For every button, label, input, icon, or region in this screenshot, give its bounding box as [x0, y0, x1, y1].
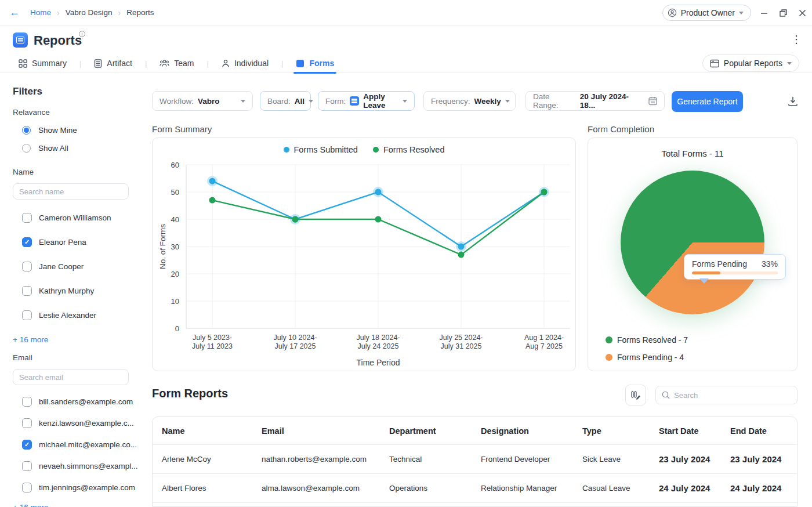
svg-text:July 10 2024-: July 10 2024-	[273, 334, 317, 342]
chevron-down-icon	[309, 100, 313, 103]
checkbox-label: tim.jennings@example.com	[39, 483, 135, 492]
checkbox-icon[interactable]	[22, 262, 32, 271]
table-search-input[interactable]	[674, 391, 791, 400]
board-label: Board:	[267, 97, 291, 106]
checkbox-row[interactable]: ✓michael.mitc@example.co...	[22, 434, 133, 455]
checkbox-label: kenzi.lawson@example.c...	[39, 419, 134, 428]
breadcrumb-project[interactable]: Vabro Design	[66, 8, 113, 17]
popular-reports-button[interactable]: Popular Reports	[702, 55, 799, 72]
role-label: Product Owner	[681, 8, 735, 17]
pie-tooltip: Forms Pending 33%	[684, 254, 786, 280]
frequency-dropdown[interactable]: Frequency: Weekly	[423, 91, 516, 111]
page-title: Reports	[34, 33, 82, 48]
checkbox-icon[interactable]	[22, 286, 32, 296]
legend-label: Forms Submitted	[294, 145, 358, 154]
radio-label: Show All	[38, 144, 68, 153]
checkbox-label: nevaeh.simmons@exampl...	[39, 462, 138, 470]
table-row[interactable]: Arlene McCoynathan.roberts@example.comTe…	[153, 445, 797, 474]
filters-title: Filters	[13, 86, 133, 97]
tab-forms[interactable]: Forms	[293, 53, 336, 73]
checkbox-icon[interactable]: ✓	[22, 440, 32, 450]
more-options-icon[interactable]: ⋮	[791, 33, 802, 46]
tab-summary[interactable]: Summary	[16, 53, 69, 73]
relevance-label: Relavance	[13, 108, 133, 117]
table-header-cell: Type	[582, 426, 659, 436]
checkbox-icon[interactable]	[22, 461, 32, 471]
pie-legend: Forms Resolved - 7Forms Pending - 4	[606, 335, 688, 362]
tab-separator: |	[145, 59, 147, 68]
radio-icon[interactable]	[22, 126, 31, 135]
svg-text:Aug 7 2025: Aug 7 2025	[525, 342, 563, 350]
table-header-cell: Designation	[481, 426, 582, 436]
form-icon	[296, 59, 304, 68]
table-cell: 24 July 2024	[659, 483, 730, 493]
tab-separator: |	[207, 59, 209, 68]
board-value: All	[295, 97, 304, 106]
pie-legend-label: Forms Pending - 4	[617, 353, 684, 362]
checkbox-row[interactable]: Jane Cooper	[22, 254, 133, 278]
report-window-icon	[710, 59, 719, 68]
checkbox-row[interactable]: Kathryn Murphy	[22, 278, 133, 303]
radio-option-show-all[interactable]: Show All	[22, 144, 133, 153]
checkbox-label: Jane Cooper	[39, 262, 84, 271]
breadcrumb-home[interactable]: Home	[30, 8, 51, 17]
checkbox-label: michael.mitc@example.co...	[39, 440, 137, 449]
tab-separator: |	[79, 59, 81, 68]
download-icon[interactable]	[788, 96, 798, 106]
legend-item-forms-resolved: Forms Resolved	[373, 145, 445, 154]
checkbox-row[interactable]: Leslie Alexander	[22, 303, 133, 327]
radio-icon[interactable]	[22, 144, 31, 153]
back-arrow-icon[interactable]: ←	[9, 6, 20, 19]
checkbox-row[interactable]: tim.jennings@example.com	[22, 477, 133, 498]
role-selector-button[interactable]: Product Owner	[662, 5, 751, 21]
tab-individual[interactable]: Individual	[219, 53, 271, 73]
checkbox-row[interactable]: Cameron Williamson	[22, 205, 133, 230]
legend-label: Forms Resolved	[383, 145, 445, 154]
restore-button[interactable]	[780, 9, 787, 17]
info-icon[interactable]: i	[79, 31, 85, 37]
frequency-value: Weekly	[474, 97, 501, 106]
pie-legend-item: Forms Pending - 4	[606, 353, 688, 362]
checkbox-icon[interactable]	[22, 483, 32, 492]
minimize-button[interactable]	[760, 9, 768, 17]
svg-text:July 31 2025: July 31 2025	[441, 342, 482, 350]
checkbox-row[interactable]: bill.sanders@example.com	[22, 391, 133, 412]
checkbox-icon[interactable]	[22, 310, 32, 320]
table-header-cell: Department	[389, 426, 481, 436]
checkbox-icon[interactable]	[22, 418, 32, 428]
table-row[interactable]: Albert Floresalma.lawson@example.comOper…	[153, 474, 797, 503]
name-more-link[interactable]: + 16 more	[13, 335, 133, 344]
tab-label: Forms	[309, 59, 334, 68]
reports-icon	[13, 32, 28, 48]
svg-text:Time Period: Time Period	[357, 358, 400, 367]
workflow-dropdown[interactable]: Workflow: Vabro	[152, 91, 253, 111]
tab-artifact[interactable]: Artifact	[92, 53, 135, 73]
table-cell: nathan.roberts@example.com	[262, 455, 389, 463]
table-header-cell: End Date	[730, 426, 797, 436]
checkbox-label: Leslie Alexander	[39, 311, 96, 320]
search-icon	[662, 391, 670, 399]
checkbox-row[interactable]: nevaeh.simmons@exampl...	[22, 455, 133, 477]
checkbox-icon[interactable]	[22, 397, 32, 407]
generate-report-button[interactable]: Generate Report	[672, 91, 743, 112]
search-email-input[interactable]	[13, 369, 129, 385]
board-dropdown[interactable]: Board: All	[260, 91, 311, 111]
form-label: Form:	[325, 97, 346, 106]
name-filter-label: Name	[13, 168, 133, 176]
svg-text:Aug 1 2024-: Aug 1 2024-	[524, 334, 564, 342]
workflow-label: Workflow:	[160, 97, 194, 106]
close-button[interactable]	[799, 9, 806, 17]
form-dropdown[interactable]: Form: Apply Leave	[318, 91, 415, 111]
search-name-input[interactable]	[13, 183, 129, 200]
date-range-picker[interactable]: Date Range: 20 July 2024- 18...	[525, 91, 665, 111]
breadcrumb-current: Reports	[126, 8, 154, 17]
radio-option-show-mine[interactable]: Show Mine	[22, 126, 133, 135]
checkbox-row[interactable]: kenzi.lawson@example.c...	[22, 412, 133, 434]
form-completion-pie-chart[interactable]	[621, 171, 764, 314]
email-more-link[interactable]: + 16 more	[13, 503, 133, 507]
checkbox-icon[interactable]	[22, 213, 32, 223]
checkbox-icon[interactable]: ✓	[22, 237, 32, 247]
checkbox-row[interactable]: ✓Eleanor Pena	[22, 230, 133, 254]
column-filter-button[interactable]	[625, 385, 646, 405]
tab-team[interactable]: Team	[157, 53, 196, 73]
